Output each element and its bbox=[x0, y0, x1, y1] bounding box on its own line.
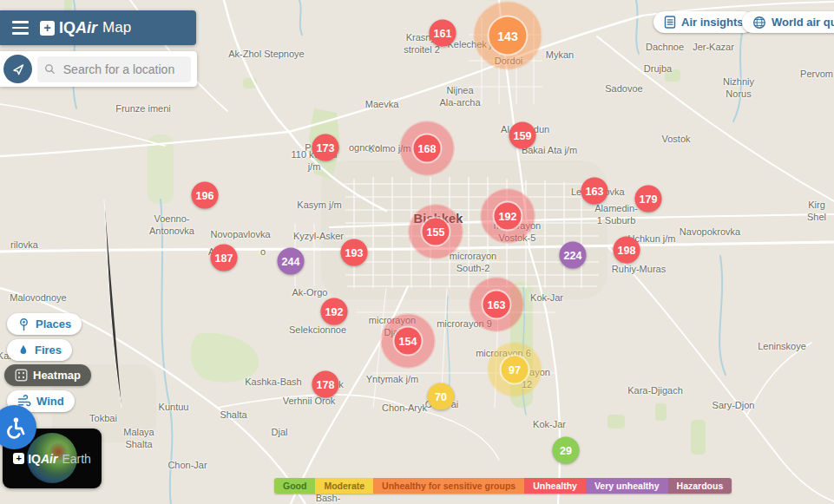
aqi-marker[interactable]: 192 bbox=[495, 203, 522, 230]
aqi-legend: GoodModerateUnhealthy for sensitive grou… bbox=[274, 478, 732, 494]
aqi-marker[interactable]: 161 bbox=[430, 20, 456, 47]
search-input[interactable] bbox=[62, 62, 184, 77]
iqair-plus-icon: + bbox=[40, 21, 55, 36]
aqi-marker[interactable]: 179 bbox=[635, 186, 662, 213]
places-button[interactable]: Places bbox=[7, 313, 82, 335]
hamburger-icon bbox=[12, 21, 29, 23]
aqi-marker[interactable]: 97 bbox=[502, 357, 529, 383]
iqair-logo[interactable]: + IQAir Map bbox=[40, 19, 131, 37]
iqair-earth-logo: + IQAir Earth bbox=[13, 452, 91, 466]
aqi-marker[interactable]: 155 bbox=[423, 219, 450, 245]
globe-icon bbox=[752, 16, 766, 29]
aqi-marker[interactable]: 168 bbox=[414, 135, 441, 162]
aqi-marker[interactable]: 163 bbox=[483, 291, 510, 318]
locate-button[interactable] bbox=[3, 55, 32, 83]
aqi-marker[interactable]: 143 bbox=[489, 17, 527, 55]
navigation-arrow-icon bbox=[11, 62, 25, 76]
search-icon bbox=[44, 62, 56, 75]
aqi-marker[interactable]: 187 bbox=[211, 245, 238, 272]
aqi-marker[interactable]: 224 bbox=[560, 242, 587, 269]
heatmap-icon bbox=[15, 369, 28, 382]
aqi-marker[interactable]: 159 bbox=[509, 122, 536, 149]
search-field[interactable] bbox=[37, 56, 191, 82]
iqair-map-app: somolskoeAk-Zhol StepnoyeKrasnyi stroite… bbox=[0, 0, 834, 504]
aqi-marker[interactable]: 178 bbox=[312, 371, 339, 398]
aqi-marker[interactable]: 173 bbox=[312, 134, 339, 161]
aqi-marker[interactable]: 29 bbox=[553, 437, 580, 464]
logo-suffix: Map bbox=[102, 19, 131, 36]
legend-item: Unhealthy for sensitive groups bbox=[373, 478, 524, 494]
legend-item: Good bbox=[274, 478, 315, 494]
earth-logo-suffix: Earth bbox=[62, 452, 90, 466]
legend-item: Moderate bbox=[315, 478, 373, 494]
list-icon bbox=[664, 16, 676, 29]
aqi-marker[interactable]: 244 bbox=[278, 248, 305, 275]
world-air-quality-button[interactable]: World air quality bbox=[742, 11, 834, 33]
aqi-marker[interactable]: 193 bbox=[341, 239, 368, 266]
legend-item: Hazardous bbox=[668, 478, 732, 494]
aqi-marker[interactable]: 163 bbox=[581, 178, 608, 205]
search-card bbox=[0, 51, 197, 87]
heatmap-button[interactable]: Heatmap bbox=[4, 364, 91, 386]
iqair-plus-icon: + bbox=[13, 453, 24, 464]
air-insights-button[interactable]: Air insights bbox=[653, 11, 754, 33]
fires-button[interactable]: Fires bbox=[7, 339, 72, 361]
logo-brand: IQAir bbox=[59, 19, 97, 37]
place-pin-icon bbox=[17, 317, 30, 331]
legend-item: Unhealthy bbox=[524, 478, 586, 494]
aqi-marker[interactable]: 70 bbox=[428, 383, 455, 410]
legend-item: Very unhealthy bbox=[586, 478, 668, 494]
aqi-marker[interactable]: 198 bbox=[614, 237, 640, 264]
aqi-marker[interactable]: 196 bbox=[192, 182, 219, 209]
menu-button[interactable] bbox=[0, 10, 40, 45]
flame-icon bbox=[17, 344, 30, 357]
aqi-marker[interactable]: 192 bbox=[321, 298, 348, 325]
aqi-marker[interactable]: 154 bbox=[395, 328, 422, 355]
wheelchair-icon bbox=[3, 416, 26, 439]
header-bar: + IQAir Map bbox=[0, 10, 196, 45]
